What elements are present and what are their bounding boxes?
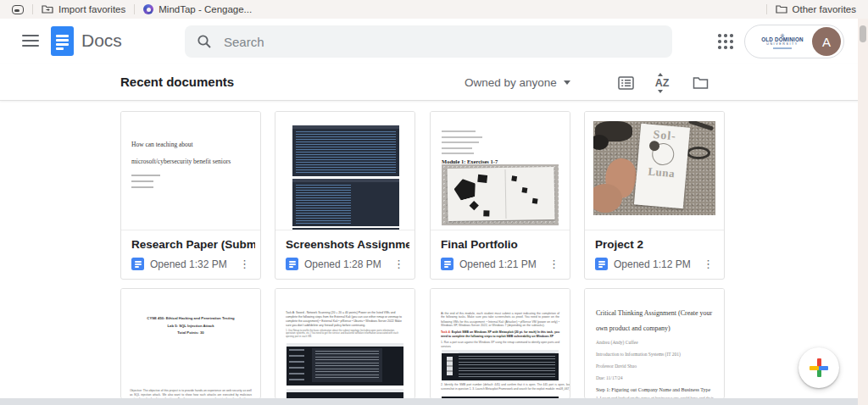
ownership-filter-dropdown[interactable]: Owned by anyone: [465, 76, 570, 89]
open-file-picker-button[interactable]: [691, 74, 709, 92]
page-title: Recent documents: [120, 75, 234, 89]
docs-file-icon: [441, 258, 453, 270]
opened-timestamp: Opened 1:28 PM: [304, 258, 381, 270]
mindtap-favicon: [143, 4, 153, 14]
sort-button[interactable]: AZ: [653, 74, 671, 92]
small-text-lines: [131, 175, 260, 188]
create-new-document-button[interactable]: [798, 347, 839, 388]
search-bar[interactable]: [185, 25, 672, 58]
document-title: Research Paper (Submis...: [131, 238, 255, 251]
opened-timestamp: Opened 1:21 PM: [459, 258, 537, 270]
vm-screenshot: [442, 350, 559, 380]
list-view-button[interactable]: [616, 74, 635, 92]
small-text-lines: [442, 130, 570, 154]
folder-icon: [776, 4, 787, 14]
bookmark-label: MindTap - Cengage...: [159, 4, 252, 14]
organization-logo: ♔ OLD DOMINION UNIVERSITY: [755, 34, 810, 49]
document-thumbnail: Sol- Luna: [585, 112, 724, 230]
terminal-screenshot: [292, 125, 399, 176]
terminal-screenshot: [292, 228, 399, 230]
portfolio-photo: [442, 164, 559, 225]
scrollbar-thumb[interactable]: [860, 25, 866, 42]
divider: [766, 4, 767, 14]
docs-file-icon: [595, 258, 608, 270]
tagline-mark: [773, 47, 792, 49]
document-thumbnail: Module 1: Exercises 1-7: [431, 112, 570, 230]
google-docs-home: Import favorites MindTap - Cengage... Ot…: [0, 0, 868, 405]
more-options-icon[interactable]: [543, 258, 565, 270]
sort-az-icon: AZ: [655, 77, 670, 89]
docs-file-icon: [286, 258, 298, 270]
workspaces-button[interactable]: [7, 0, 29, 19]
project-photo: Sol- Luna: [593, 121, 715, 215]
divider: [134, 4, 135, 14]
document-thumbnail: CYSE 450: Ethical Hacking and Penetratio…: [121, 289, 260, 399]
sun-drawing: [651, 142, 675, 166]
document-thumbnail: Critical Thinking Assignment (Create you…: [585, 289, 724, 399]
document-card[interactable]: Critical Thinking Assignment (Create you…: [584, 288, 725, 399]
search-icon: [197, 34, 212, 49]
document-thumbnail: At the end of this module, each student …: [431, 289, 570, 399]
document-title: Project 2: [595, 238, 719, 251]
scrollbar[interactable]: [858, 19, 868, 405]
vm-screenshot: [287, 343, 403, 386]
app-header: Docs ♔ OLD DOMINION UNIVERSITY A: [0, 19, 868, 64]
document-card[interactable]: Screenshots Assignment 2 Opened 1:28 PM: [275, 111, 415, 280]
folder-import-icon: [42, 4, 53, 14]
chevron-down-icon: [564, 80, 570, 85]
bookmark-import-favorites[interactable]: Import favorites: [36, 0, 131, 19]
document-title: Final Portfolio: [441, 238, 565, 251]
divider: [32, 4, 33, 14]
avatar[interactable]: A: [812, 27, 841, 56]
search-input[interactable]: [224, 35, 660, 49]
opened-timestamp: Opened 1:12 PM: [614, 258, 691, 270]
opened-timestamp: Opened 1:32 PM: [150, 258, 227, 270]
document-thumbnail: How can teaching about microsoft/cyberse…: [121, 112, 260, 230]
document-title: Screenshots Assignment 2: [286, 238, 409, 251]
document-thumbnail: Task A: Sword - Network Scanning (20 + 2…: [275, 289, 415, 399]
other-favorites-button[interactable]: Other favorites: [771, 0, 861, 19]
more-options-icon[interactable]: [698, 258, 719, 270]
browser-favorites-bar: Import favorites MindTap - Cengage... Ot…: [0, 0, 868, 19]
app-name: Docs: [81, 31, 122, 51]
docs-file-icon: [131, 258, 144, 270]
document-card[interactable]: Sol- Luna Project 2 Opened 1:12 PM: [584, 111, 725, 280]
account-pill[interactable]: ♔ OLD DOMINION UNIVERSITY A: [744, 25, 844, 58]
bookmark-mindtap[interactable]: MindTap - Cengage...: [138, 0, 257, 19]
folder-open-icon: [693, 76, 709, 90]
document-card[interactable]: Task A: Sword - Network Scanning (20 + 2…: [275, 288, 415, 399]
docs-logo-icon[interactable]: [51, 26, 74, 56]
more-options-icon[interactable]: [388, 258, 409, 270]
terminal-screenshot: [292, 179, 399, 226]
document-card[interactable]: How can teaching about microsoft/cyberse…: [120, 111, 261, 280]
document-card[interactable]: CYSE 450: Ethical Hacking and Penetratio…: [120, 288, 261, 399]
more-options-icon[interactable]: [234, 258, 255, 270]
document-thumbnail: [275, 112, 415, 230]
workspaces-icon: [12, 5, 24, 14]
bookmark-label: Import favorites: [58, 4, 125, 14]
google-apps-icon[interactable]: [717, 33, 734, 50]
window-bottom-edge: [0, 398, 868, 405]
document-card[interactable]: At the end of this module, each student …: [430, 288, 570, 399]
main-menu-button[interactable]: [22, 34, 39, 47]
bookmark-label: Other favorites: [793, 4, 856, 14]
documents-toolbar: Recent documents Owned by anyone AZ: [0, 64, 868, 101]
document-card[interactable]: Module 1: Exercises 1-7 Final Portfolio …: [430, 111, 570, 280]
list-view-icon: [618, 76, 634, 90]
